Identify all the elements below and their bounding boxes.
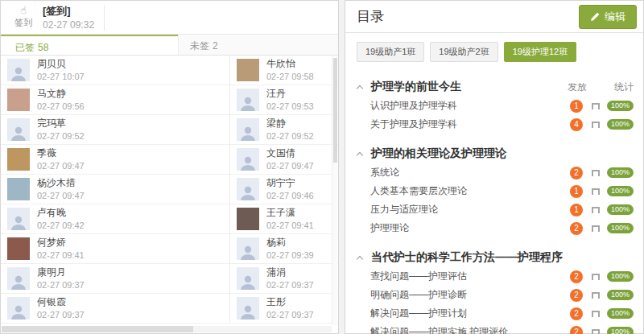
bar-chart-icon[interactable] bbox=[592, 311, 600, 317]
column-header-issue: 发放 bbox=[568, 80, 587, 94]
student-row[interactable]: 杨沙木措 02-27 09:47 bbox=[1, 175, 229, 204]
person-icon bbox=[10, 274, 27, 290]
tab-signed-count: 58 bbox=[38, 42, 48, 53]
student-sign-time: 02-27 10:07 bbox=[37, 72, 85, 81]
class-tab[interactable]: 19级护理12班 bbox=[504, 42, 576, 62]
student-avatar bbox=[237, 148, 259, 171]
student-sign-time: 02-27 09:37 bbox=[266, 280, 314, 290]
student-name: 何银霞 bbox=[37, 297, 85, 307]
bar-chart-icon[interactable] bbox=[592, 188, 600, 195]
horizontal-scrollbar-thumb[interactable] bbox=[2, 326, 193, 332]
class-tab[interactable]: 19级助产2班 bbox=[430, 42, 497, 62]
student-avatar bbox=[237, 89, 259, 111]
issue-count-badge[interactable]: 2 bbox=[570, 222, 583, 235]
student-name: 何梦娇 bbox=[37, 237, 85, 248]
student-sign-time: 02-27 09:37 bbox=[266, 310, 314, 320]
person-icon bbox=[10, 125, 27, 141]
section-items: 查找问题——护理评估 2 100% 明确问题——护理诊断 2 100% 解决问题… bbox=[357, 267, 634, 334]
person-icon bbox=[239, 184, 257, 200]
tap-hand-icon: ☝ bbox=[9, 6, 38, 15]
toc-section: 当代护士的科学工作方法——护理程序 查找问题——护理评估 2 100% 明确问题… bbox=[357, 248, 634, 334]
student-info: 何梦娇 02-27 09:41 bbox=[37, 237, 85, 260]
student-row[interactable]: 马文静 02-27 09:56 bbox=[1, 85, 229, 115]
toc-item-title[interactable]: 明确问题——护理诊断 bbox=[370, 288, 570, 302]
student-avatar bbox=[7, 297, 30, 320]
person-icon bbox=[239, 155, 257, 171]
student-row[interactable]: 蒲涓 02-27 09:37 bbox=[230, 264, 338, 294]
student-info: 卢有晚 02-27 09:42 bbox=[37, 208, 85, 230]
bar-chart-icon[interactable] bbox=[592, 207, 600, 213]
toc-item: 解决问题——护理计划 2 100% bbox=[357, 304, 634, 323]
edit-button[interactable]: 编辑 bbox=[579, 5, 637, 29]
toc-item: 人类基本需要层次理论 1 100% bbox=[357, 182, 634, 200]
class-tab[interactable]: 19级助产1班 bbox=[357, 42, 424, 62]
bar-chart-icon[interactable] bbox=[592, 329, 600, 334]
student-row[interactable]: 杨莉 02-27 09:39 bbox=[230, 234, 338, 264]
student-row[interactable]: 王子潇 02-27 09:41 bbox=[230, 204, 338, 234]
horizontal-scrollbar[interactable] bbox=[2, 326, 332, 332]
student-avatar bbox=[237, 59, 259, 81]
issue-count-badge[interactable]: 1 bbox=[570, 185, 583, 198]
bar-chart-icon[interactable] bbox=[592, 122, 600, 128]
student-row[interactable]: 何银霞 02-27 09:37 bbox=[1, 294, 229, 324]
toc-item-title[interactable]: 人类基本需要层次理论 bbox=[370, 184, 570, 198]
toc-item-title[interactable]: 查找问题——护理评估 bbox=[370, 270, 570, 283]
toc-section: 护理的相关理论及护理理论 系统论 2 100% 人类基本需要层次理论 1 100… bbox=[357, 144, 634, 237]
toc-item: 系统论 2 100% bbox=[357, 163, 634, 182]
tab-unsigned[interactable]: 未签2 bbox=[178, 35, 338, 55]
student-row[interactable]: 汪丹 02-27 09:53 bbox=[230, 85, 338, 115]
column-header-stats: 统计 bbox=[614, 80, 634, 94]
issue-count-badge[interactable]: 2 bbox=[570, 307, 583, 320]
student-row[interactable]: 牛欣怡 02-27 09:58 bbox=[230, 56, 338, 85]
issue-count-badge[interactable]: 4 bbox=[570, 118, 583, 131]
issue-count-badge[interactable]: 2 bbox=[570, 289, 583, 302]
student-row[interactable]: 康明月 02-27 09:37 bbox=[1, 264, 229, 294]
tab-signed-label: 已签 bbox=[15, 42, 35, 53]
issue-count-badge[interactable]: 1 bbox=[570, 204, 583, 216]
student-info: 王彤 02-27 09:37 bbox=[266, 297, 314, 320]
attendance-panel: ☝ 签到 [签到] 02-27 09:32 已签58 未签2 bbox=[0, 0, 339, 334]
student-row[interactable]: 梁静 02-27 09:52 bbox=[230, 115, 338, 145]
student-name: 杨沙木措 bbox=[37, 178, 85, 188]
student-row[interactable]: 文国倩 02-27 09:47 bbox=[230, 145, 338, 175]
student-row[interactable]: 季薇 02-27 09:47 bbox=[1, 145, 229, 175]
toc-item-title[interactable]: 系统论 bbox=[370, 166, 570, 179]
toc-item-title[interactable]: 解决问题——护理计划 bbox=[370, 307, 570, 320]
student-info: 杨莉 02-27 09:39 bbox=[266, 237, 314, 260]
student-row[interactable]: 完玛草 02-27 09:52 bbox=[1, 115, 229, 145]
section-title: 当代护士的科学工作方法——护理程序 bbox=[371, 250, 634, 265]
student-row[interactable]: 何梦娇 02-27 09:41 bbox=[1, 234, 229, 264]
completion-pill: 100% bbox=[607, 327, 634, 334]
student-info: 牛欣怡 02-27 09:58 bbox=[266, 59, 314, 81]
bar-chart-icon[interactable] bbox=[592, 170, 600, 176]
student-row[interactable]: 王彤 02-27 09:37 bbox=[230, 294, 338, 324]
completion-pill: 100% bbox=[607, 290, 634, 300]
toc-item-title[interactable]: 认识护理及护理学科 bbox=[370, 99, 570, 113]
bar-chart-icon[interactable] bbox=[592, 292, 600, 299]
student-sign-time: 02-27 09:41 bbox=[37, 250, 85, 260]
vertical-scrollbar[interactable] bbox=[332, 56, 337, 325]
student-row[interactable]: 周贝贝 02-27 10:07 bbox=[1, 56, 229, 85]
issue-count-badge[interactable]: 2 bbox=[570, 270, 583, 283]
issue-count-badge[interactable]: 1 bbox=[570, 100, 583, 113]
bar-chart-icon[interactable] bbox=[592, 225, 600, 232]
toc-item-title[interactable]: 关于护理及护理学科 bbox=[370, 118, 570, 131]
toc-item: 解决问题——护理实施 护理评价 2 100% bbox=[357, 323, 634, 334]
toc-item-title[interactable]: 压力与适应理论 bbox=[370, 203, 570, 216]
section-header[interactable]: 当代护士的科学工作方法——护理程序 bbox=[357, 248, 634, 267]
toc-item-title[interactable]: 解决问题——护理实施 护理评价 bbox=[370, 325, 570, 334]
section-header[interactable]: 护理的相关理论及护理理论 bbox=[357, 144, 634, 163]
bar-chart-icon[interactable] bbox=[592, 274, 600, 280]
student-sign-time: 02-27 09:58 bbox=[266, 72, 314, 81]
student-list: 周贝贝 02-27 10:07 马文静 02-27 09:56 完玛草 02-2… bbox=[1, 56, 338, 324]
bar-chart-icon[interactable] bbox=[592, 103, 600, 109]
toc-item-title[interactable]: 护理理论 bbox=[370, 221, 570, 235]
student-row[interactable]: 卢有晚 02-27 09:42 bbox=[1, 204, 229, 234]
vertical-scrollbar-thumb[interactable] bbox=[333, 58, 337, 163]
student-row[interactable]: 胡宁宁 02-27 09:46 bbox=[230, 175, 338, 204]
section-header[interactable]: 护理学的前世今生 发放 统计 bbox=[357, 77, 634, 97]
issue-count-badge[interactable]: 2 bbox=[570, 167, 583, 179]
issue-count-badge[interactable]: 2 bbox=[570, 326, 583, 334]
tab-signed[interactable]: 已签58 bbox=[1, 35, 178, 55]
sign-in-tool-label: 签到 bbox=[9, 17, 38, 29]
